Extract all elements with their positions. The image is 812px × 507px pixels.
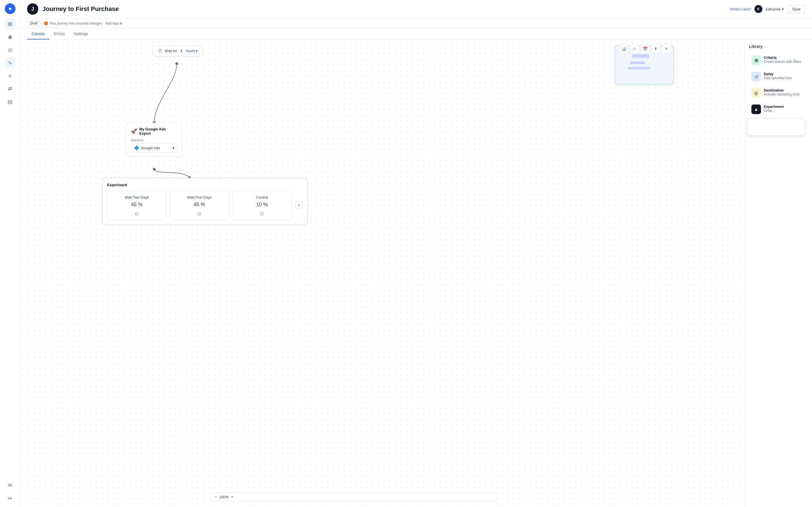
branch-card-wait-two-days[interactable]: Wait Two Days 45 % [107, 190, 166, 220]
branch-connector-control [260, 212, 264, 216]
export-node-header: 🚀 My Google Ads Export [131, 127, 177, 135]
toolbar-close-icon[interactable]: ✕ [662, 44, 671, 53]
zoom-out-button[interactable]: − [214, 494, 217, 499]
criteria-desc: Create branch with filters [764, 60, 801, 64]
user-avatar: K [755, 5, 762, 13]
add-tags-button[interactable]: Add tags ⊕ [105, 21, 122, 25]
destination-name: Destination [764, 88, 800, 93]
destination-icon: ◎ [751, 88, 761, 98]
google-ads-icon: 🔷 [134, 145, 139, 151]
experiment-icon: ▲ [751, 105, 761, 114]
tab-canvas[interactable]: Canvas [27, 29, 49, 40]
toolbar-calendar-icon[interactable]: 📅 [641, 44, 650, 53]
canvas[interactable]: ⏱ Wait for 1 hours ▾ 🚀 My Google Ads Exp… [20, 40, 744, 507]
unsaved-indicator: ! [44, 21, 48, 25]
branch-name-control: Control [256, 195, 268, 200]
library-title: Library [749, 44, 808, 49]
sidebar-item-lists[interactable]: ≡ [5, 70, 15, 81]
add-branch-button[interactable]: + [295, 202, 303, 209]
branch-card-wait-five-days[interactable]: Wait Five Days 45 % [170, 190, 229, 220]
subbar: Draft ! Your journey has unsaved changes… [20, 18, 812, 29]
clock-icon: ⏱ [158, 48, 162, 53]
topbar: J Journey to First Purchase What's new? … [20, 0, 812, 18]
svg-point-2 [153, 168, 156, 171]
criteria-icon: ⊞ [751, 55, 761, 65]
sidebar-item-dashboard[interactable]: ⊞ [5, 18, 15, 29]
nav-tabs: Canvas Errors Settings [20, 29, 812, 40]
canvas-toolbar: 📊 ⚠ 📅 ⬆ ✕ [619, 44, 671, 53]
toolbar-alert-icon[interactable]: ⚠ [630, 44, 639, 53]
main-area: J Journey to First Purchase What's new? … [20, 0, 812, 507]
google-ads-label: Google Ads [141, 146, 160, 150]
google-ads-select[interactable]: 🔷 Google Ads ▾ [131, 144, 177, 152]
sidebar-item-explore[interactable]: ◎ [5, 45, 15, 55]
export-to-label: Export to [131, 138, 177, 142]
whats-new-button[interactable]: What's new? [730, 7, 751, 11]
zoom-level: 100% [219, 495, 229, 499]
library-item-delay[interactable]: ↺ Delay Wait specified time [749, 69, 808, 84]
delay-name: Delay [764, 72, 792, 76]
branch-connector-wait-two-days [135, 212, 139, 216]
library-panel: Library ⊞ Criteria Create branch with fi… [744, 40, 812, 507]
topbar-right: What's new? K katharine ▾ Save [730, 5, 805, 13]
branch-connector-wait-five-days [198, 212, 201, 216]
export-node[interactable]: 🚀 My Google Ads Export Export to 🔷 Googl… [126, 123, 183, 157]
connectors [20, 40, 744, 507]
criteria-name: Criteria [764, 55, 801, 60]
sidebar-item-export[interactable]: ↦ [5, 493, 15, 504]
save-button[interactable]: Save [787, 5, 805, 13]
branch-pct-wait-five-days: 45 % [193, 202, 205, 208]
experiment-label: Experiment [107, 183, 303, 187]
library-item-criteria[interactable]: ⊞ Criteria Create branch with filters [749, 53, 808, 68]
popup-partial [747, 119, 805, 135]
branch-name-wait-five-days: Wait Five Days [187, 195, 212, 200]
journey-icon: J [27, 3, 38, 15]
chevron-down-icon: ▾ [172, 146, 174, 150]
wait-value[interactable]: 1 [181, 49, 183, 53]
wait-prefix: Wait for [165, 49, 177, 53]
branch-pct-wait-two-days: 45 % [131, 202, 142, 208]
unsaved-message: ! Your journey has unsaved changes [44, 21, 102, 25]
branch-card-control[interactable]: Control 10 % [232, 190, 292, 220]
svg-point-0 [175, 62, 178, 65]
toolbar-upload-icon[interactable]: ⬆ [651, 44, 660, 53]
toolbar-chart-icon[interactable]: 📊 [619, 44, 628, 53]
zoom-controls: − 100% + [211, 492, 497, 501]
sidebar-item-sync[interactable]: ⇄ [5, 83, 15, 94]
zoom-in-button[interactable]: + [231, 494, 234, 499]
branch-name-wait-two-days: Wait Two Days [124, 195, 149, 200]
draft-badge: Draft [27, 20, 41, 26]
app-logo[interactable]: ★ [5, 3, 15, 14]
experiment-container: Experiment Wait Two Days 45 % Wait Five … [102, 178, 308, 225]
page-title: Journey to First Purchase [42, 5, 119, 13]
canvas-area: ⏱ Wait for 1 hours ▾ 🚀 My Google Ads Exp… [20, 40, 812, 507]
sidebar-item-email[interactable]: ✉ [5, 480, 15, 491]
sidebar-item-signals[interactable]: ◉ [5, 32, 15, 42]
sidebar-item-reports[interactable]: ▤ [5, 96, 15, 107]
experiment-desc: Creat... [764, 109, 784, 113]
experiment-branches: Wait Two Days 45 % Wait Five Days 45 % C… [107, 190, 303, 220]
export-node-title: My Google Ads Export [139, 127, 177, 135]
sidebar-item-journeys[interactable]: ∿ [5, 57, 15, 68]
sidebar: ★ ⊞ ◉ ◎ ∿ ≡ ⇄ ▤ ✉ ↦ [0, 0, 20, 507]
export-node-icon: 🚀 [131, 128, 137, 134]
branch-pct-control: 10 % [256, 202, 267, 208]
topbar-left: J Journey to First Purchase [27, 3, 119, 15]
delay-icon: ↺ [751, 72, 761, 81]
experiment-lib-name: Experiment [764, 105, 784, 109]
library-item-experiment[interactable]: ▲ Experiment Creat... [749, 102, 808, 117]
tab-settings[interactable]: Settings [69, 29, 93, 40]
wait-node[interactable]: ⏱ Wait for 1 hours ▾ [153, 45, 203, 56]
tab-errors[interactable]: Errors [49, 29, 69, 40]
destination-desc: Activate marketing tools [764, 93, 800, 96]
user-name[interactable]: katharine ▾ [766, 7, 784, 11]
library-item-destination[interactable]: ◎ Destination Activate marketing tools [749, 86, 808, 101]
delay-desc: Wait specified time [764, 76, 792, 80]
wait-unit[interactable]: hours ▾ [186, 49, 198, 53]
